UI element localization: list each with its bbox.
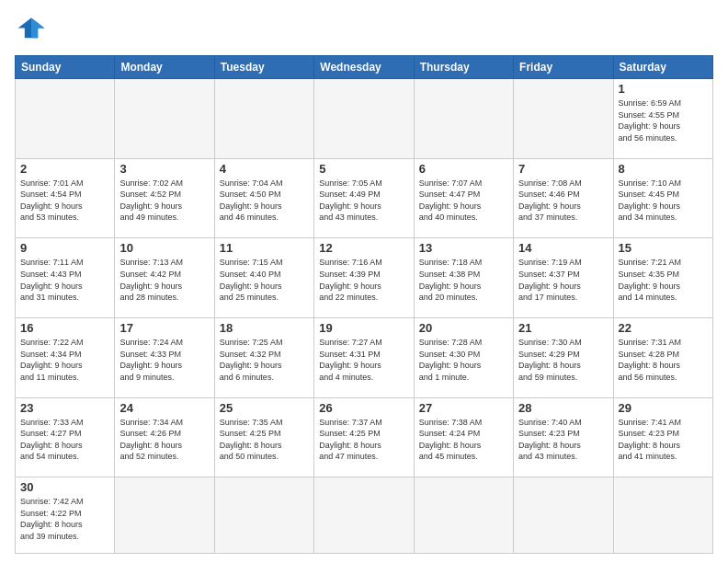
- day-number: 5: [319, 162, 408, 176]
- calendar-cell: [314, 79, 414, 159]
- page: SundayMondayTuesdayWednesdayThursdayFrid…: [0, 0, 728, 563]
- day-info: Sunrise: 7:37 AM Sunset: 4:25 PM Dayligh…: [319, 417, 408, 463]
- calendar-cell: 25Sunrise: 7:35 AM Sunset: 4:25 PM Dayli…: [214, 397, 313, 477]
- day-info: Sunrise: 6:59 AM Sunset: 4:55 PM Dayligh…: [619, 98, 708, 144]
- weekday-header-sunday: Sunday: [16, 56, 115, 79]
- day-info: Sunrise: 7:15 AM Sunset: 4:40 PM Dayligh…: [220, 257, 309, 303]
- day-number: 24: [119, 401, 209, 415]
- svg-marker-1: [31, 18, 44, 39]
- calendar-cell: 30Sunrise: 7:42 AM Sunset: 4:22 PM Dayli…: [16, 477, 115, 554]
- day-number: 16: [20, 321, 109, 335]
- calendar-cell: 3Sunrise: 7:02 AM Sunset: 4:52 PM Daylig…: [115, 158, 214, 238]
- day-number: 11: [220, 241, 309, 255]
- day-number: 20: [419, 321, 508, 335]
- calendar-cell: 21Sunrise: 7:30 AM Sunset: 4:29 PM Dayli…: [514, 317, 613, 397]
- calendar-cell: 20Sunrise: 7:28 AM Sunset: 4:30 PM Dayli…: [414, 317, 513, 397]
- calendar-cell: 22Sunrise: 7:31 AM Sunset: 4:28 PM Dayli…: [613, 317, 712, 397]
- weekday-header-thursday: Thursday: [414, 56, 513, 79]
- day-info: Sunrise: 7:21 AM Sunset: 4:35 PM Dayligh…: [619, 257, 708, 303]
- day-number: 8: [619, 162, 708, 176]
- calendar-table: SundayMondayTuesdayWednesdayThursdayFrid…: [15, 55, 713, 554]
- calendar-cell: 15Sunrise: 7:21 AM Sunset: 4:35 PM Dayli…: [613, 238, 712, 318]
- weekday-header-friday: Friday: [514, 56, 613, 79]
- day-info: Sunrise: 7:18 AM Sunset: 4:38 PM Dayligh…: [419, 257, 508, 303]
- day-info: Sunrise: 7:27 AM Sunset: 4:31 PM Dayligh…: [319, 337, 408, 383]
- day-info: Sunrise: 7:04 AM Sunset: 4:50 PM Dayligh…: [220, 178, 309, 224]
- calendar-cell: 27Sunrise: 7:38 AM Sunset: 4:24 PM Dayli…: [414, 397, 513, 477]
- day-number: 17: [119, 321, 209, 335]
- calendar-cell: 12Sunrise: 7:16 AM Sunset: 4:39 PM Dayli…: [314, 238, 414, 318]
- calendar-cell: 24Sunrise: 7:34 AM Sunset: 4:26 PM Dayli…: [115, 397, 214, 477]
- day-number: 19: [319, 321, 408, 335]
- calendar-cell: [414, 477, 513, 554]
- day-info: Sunrise: 7:42 AM Sunset: 4:22 PM Dayligh…: [20, 496, 109, 542]
- day-info: Sunrise: 7:30 AM Sunset: 4:29 PM Dayligh…: [518, 337, 608, 383]
- day-number: 21: [518, 321, 608, 335]
- day-info: Sunrise: 7:33 AM Sunset: 4:27 PM Dayligh…: [20, 417, 109, 463]
- calendar-cell: [115, 79, 214, 159]
- calendar-cell: [214, 477, 313, 554]
- calendar-cell: [214, 79, 313, 159]
- day-number: 29: [619, 401, 708, 415]
- day-info: Sunrise: 7:05 AM Sunset: 4:49 PM Dayligh…: [319, 178, 408, 224]
- calendar-cell: 13Sunrise: 7:18 AM Sunset: 4:38 PM Dayli…: [414, 238, 513, 318]
- calendar-cell: 17Sunrise: 7:24 AM Sunset: 4:33 PM Dayli…: [115, 317, 214, 397]
- header: [15, 15, 713, 48]
- calendar-cell: [314, 477, 414, 554]
- weekday-header-saturday: Saturday: [613, 56, 712, 79]
- logo-icon: [15, 15, 48, 48]
- day-info: Sunrise: 7:02 AM Sunset: 4:52 PM Dayligh…: [119, 178, 209, 224]
- calendar-cell: 16Sunrise: 7:22 AM Sunset: 4:34 PM Dayli…: [16, 317, 115, 397]
- day-number: 3: [119, 162, 209, 176]
- calendar-cell: 5Sunrise: 7:05 AM Sunset: 4:49 PM Daylig…: [314, 158, 414, 238]
- day-number: 14: [518, 241, 608, 255]
- day-number: 26: [319, 401, 408, 415]
- calendar-week-2: 2Sunrise: 7:01 AM Sunset: 4:54 PM Daylig…: [16, 158, 713, 238]
- calendar-cell: 18Sunrise: 7:25 AM Sunset: 4:32 PM Dayli…: [214, 317, 313, 397]
- day-number: 15: [619, 241, 708, 255]
- calendar-cell: 4Sunrise: 7:04 AM Sunset: 4:50 PM Daylig…: [214, 158, 313, 238]
- calendar-cell: 29Sunrise: 7:41 AM Sunset: 4:23 PM Dayli…: [613, 397, 712, 477]
- calendar-cell: [115, 477, 214, 554]
- day-number: 2: [20, 162, 109, 176]
- calendar-cell: 26Sunrise: 7:37 AM Sunset: 4:25 PM Dayli…: [314, 397, 414, 477]
- day-info: Sunrise: 7:38 AM Sunset: 4:24 PM Dayligh…: [419, 417, 508, 463]
- weekday-header-wednesday: Wednesday: [314, 56, 414, 79]
- calendar-cell: 19Sunrise: 7:27 AM Sunset: 4:31 PM Dayli…: [314, 317, 414, 397]
- calendar-cell: 11Sunrise: 7:15 AM Sunset: 4:40 PM Dayli…: [214, 238, 313, 318]
- calendar-week-6: 30Sunrise: 7:42 AM Sunset: 4:22 PM Dayli…: [16, 477, 713, 554]
- day-info: Sunrise: 7:25 AM Sunset: 4:32 PM Dayligh…: [220, 337, 309, 383]
- weekday-header-monday: Monday: [115, 56, 214, 79]
- calendar-cell: [514, 477, 613, 554]
- day-info: Sunrise: 7:07 AM Sunset: 4:47 PM Dayligh…: [419, 178, 508, 224]
- calendar-cell: 8Sunrise: 7:10 AM Sunset: 4:45 PM Daylig…: [613, 158, 712, 238]
- day-number: 7: [518, 162, 608, 176]
- day-number: 10: [119, 241, 209, 255]
- calendar-cell: [514, 79, 613, 159]
- calendar-week-1: 1Sunrise: 6:59 AM Sunset: 4:55 PM Daylig…: [16, 79, 713, 159]
- day-info: Sunrise: 7:22 AM Sunset: 4:34 PM Dayligh…: [20, 337, 109, 383]
- day-number: 25: [220, 401, 309, 415]
- day-number: 6: [419, 162, 508, 176]
- day-info: Sunrise: 7:31 AM Sunset: 4:28 PM Dayligh…: [619, 337, 708, 383]
- day-number: 28: [518, 401, 608, 415]
- day-info: Sunrise: 7:11 AM Sunset: 4:43 PM Dayligh…: [20, 257, 109, 303]
- day-info: Sunrise: 7:01 AM Sunset: 4:54 PM Dayligh…: [20, 178, 109, 224]
- calendar-cell: 7Sunrise: 7:08 AM Sunset: 4:46 PM Daylig…: [514, 158, 613, 238]
- day-info: Sunrise: 7:41 AM Sunset: 4:23 PM Dayligh…: [619, 417, 708, 463]
- calendar-week-4: 16Sunrise: 7:22 AM Sunset: 4:34 PM Dayli…: [16, 317, 713, 397]
- day-number: 13: [419, 241, 508, 255]
- day-info: Sunrise: 7:19 AM Sunset: 4:37 PM Dayligh…: [518, 257, 608, 303]
- day-number: 12: [319, 241, 408, 255]
- calendar-cell: 23Sunrise: 7:33 AM Sunset: 4:27 PM Dayli…: [16, 397, 115, 477]
- calendar-cell: 6Sunrise: 7:07 AM Sunset: 4:47 PM Daylig…: [414, 158, 513, 238]
- calendar-cell: [613, 477, 712, 554]
- day-info: Sunrise: 7:10 AM Sunset: 4:45 PM Dayligh…: [619, 178, 708, 224]
- day-number: 22: [619, 321, 708, 335]
- calendar-header-row: SundayMondayTuesdayWednesdayThursdayFrid…: [16, 56, 713, 79]
- day-number: 27: [419, 401, 508, 415]
- day-info: Sunrise: 7:08 AM Sunset: 4:46 PM Dayligh…: [518, 178, 608, 224]
- day-number: 4: [220, 162, 309, 176]
- calendar-cell: 10Sunrise: 7:13 AM Sunset: 4:42 PM Dayli…: [115, 238, 214, 318]
- day-number: 18: [220, 321, 309, 335]
